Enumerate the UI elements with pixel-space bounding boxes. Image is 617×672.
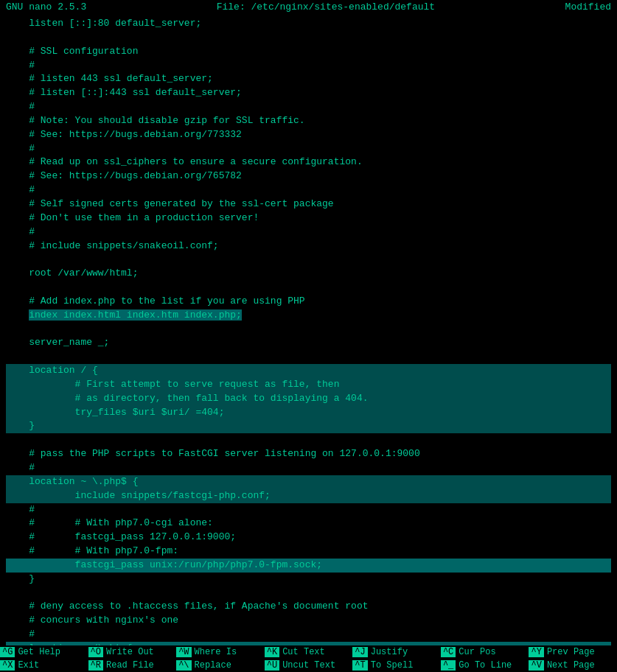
- shortcut-key-justify: ^J: [352, 647, 367, 657]
- shortcut-exit[interactable]: ^X Exit: [0, 659, 88, 672]
- line-9: # See: https://bugs.debian.org/773332: [6, 128, 611, 142]
- shortcut-label-to-spell: To Spell: [368, 660, 414, 671]
- line-13: #: [6, 183, 611, 197]
- line-4: #: [6, 59, 611, 73]
- shortcut-key-cut-text: ^K: [265, 647, 279, 657]
- modified-flag: Modified: [565, 1, 611, 13]
- line-30: }: [6, 419, 611, 433]
- shortcut-prev-page[interactable]: ^Y Prev Page: [529, 645, 617, 659]
- shortcut-cut-text[interactable]: ^K Cut Text: [265, 645, 353, 659]
- line-5: # listen 443 ssl default_server;: [6, 72, 611, 86]
- line-10: #: [6, 142, 611, 156]
- shortcut-label-cur-pos: Cur Pos: [456, 647, 495, 657]
- line-1: listen [::]:80 default_server;: [6, 17, 611, 31]
- editor-area[interactable]: listen [::]:80 default_server; # SSL con…: [0, 14, 617, 645]
- shortcut-label-get-help: Get Help: [15, 647, 60, 657]
- line-38: # fastcgi_pass 127.0.0.1:9000;: [6, 531, 611, 545]
- shortcut-label-write-out: Write Out: [103, 647, 154, 657]
- shortcut-key-prev-page: ^Y: [529, 647, 543, 657]
- line-32: # pass the PHP scripts to FastCGI server…: [6, 447, 611, 461]
- shortcut-uncut-text[interactable]: ^U Uncut Text: [265, 659, 353, 672]
- line-24: server_name _;: [6, 336, 611, 350]
- shortcut-key-exit: ^X: [0, 660, 15, 671]
- shortcut-key-get-help: ^G: [0, 647, 15, 657]
- shortcut-label-prev-page: Prev Page: [544, 647, 595, 657]
- line-37: # # With php7.0-cgi alone:: [6, 517, 611, 531]
- shortcut-key-replace: ^\: [176, 660, 191, 671]
- line-21: # Add index.php to the list if you are u…: [6, 295, 611, 309]
- shortcut-key-write-out: ^O: [88, 647, 103, 657]
- shortcut-write-out[interactable]: ^O Write Out: [88, 645, 177, 659]
- shortcut-cur-pos[interactable]: ^C Cur Pos: [441, 645, 529, 659]
- shortcut-to-spell[interactable]: ^T To Spell: [352, 659, 441, 672]
- shortcut-label-uncut-text: Uncut Text: [279, 660, 335, 671]
- shortcut-get-help[interactable]: ^G Get Help: [0, 645, 88, 659]
- shortcut-key-next-page: ^V: [529, 660, 543, 671]
- line-17: # include snippets/snakeoil.conf;: [6, 239, 611, 253]
- shortcut-row-2: ^X Exit ^R Read File ^\ Replace ^U Uncut…: [0, 659, 617, 672]
- shortcut-label-cut-text: Cut Text: [279, 647, 325, 657]
- shortcut-label-next-page: Next Page: [544, 660, 595, 671]
- shortcut-key-cur-pos: ^C: [441, 647, 456, 657]
- line-14: # Self signed certs generated by the ssl…: [6, 197, 611, 211]
- line-19: root /var/www/html;: [6, 267, 611, 281]
- file-path: File: /etc/nginx/sites-enabled/default: [217, 1, 435, 13]
- line-7: #: [6, 100, 611, 114]
- shortcut-label-justify: Justify: [368, 647, 408, 657]
- line-26: location / {: [6, 364, 611, 378]
- line-42: [6, 587, 611, 601]
- nano-version: GNU nano 2.5.3: [6, 1, 86, 13]
- bottom-bar: ^G Get Help ^O Write Out ^W Where Is ^K …: [0, 645, 617, 672]
- shortcut-label-read-file: Read File: [103, 660, 154, 671]
- line-11: # Read up on ssl_ciphers to ensure a sec…: [6, 155, 611, 169]
- line-31: [6, 433, 611, 447]
- shortcut-justify[interactable]: ^J Justify: [352, 645, 441, 659]
- line-34: location ~ \.php$ {: [6, 475, 611, 489]
- shortcut-key-where-is: ^W: [176, 647, 191, 657]
- line-35: include snippets/fastcgi-php.conf;: [6, 489, 611, 503]
- line-16: #: [6, 225, 611, 239]
- shortcut-where-is[interactable]: ^W Where Is: [176, 645, 265, 659]
- shortcut-key-uncut-text: ^U: [265, 660, 279, 671]
- shortcut-go-to-line[interactable]: ^_ Go To Line: [441, 659, 529, 672]
- shortcut-label-go-to-line: Go To Line: [456, 660, 512, 671]
- line-2: [6, 31, 611, 45]
- line-41: }: [6, 573, 611, 587]
- line-29: try_files $uri $uri/ =404;: [6, 406, 611, 420]
- shortcut-row-1: ^G Get Help ^O Write Out ^W Where Is ^K …: [0, 645, 617, 659]
- line-46: location ~ /\.ht {: [6, 642, 611, 645]
- line-40: fastcgi_pass unix:/run/php/php7.0-fpm.so…: [6, 559, 611, 573]
- line-39: # # With php7.0-fpm:: [6, 545, 611, 559]
- line-43: # deny access to .htaccess files, if Apa…: [6, 600, 611, 614]
- shortcut-next-page[interactable]: ^V Next Page: [529, 659, 617, 672]
- shortcut-label-where-is: Where Is: [192, 647, 237, 657]
- shortcut-label-exit: Exit: [15, 660, 39, 671]
- line-45: #: [6, 628, 611, 642]
- line-8: # Note: You should disable gzip for SSL …: [6, 114, 611, 128]
- line-18: [6, 253, 611, 267]
- line-20: [6, 281, 611, 295]
- line-27: # First attempt to serve request as file…: [6, 378, 611, 392]
- shortcut-key-go-to-line: ^_: [441, 660, 456, 671]
- shortcut-replace[interactable]: ^\ Replace: [176, 659, 265, 672]
- line-3: # SSL configuration: [6, 45, 611, 59]
- line-22: index index.html index.htm index.php;: [6, 309, 611, 323]
- line-15: # Don't use them in a production server!: [6, 211, 611, 225]
- line-36: #: [6, 503, 611, 517]
- shortcut-label-replace: Replace: [192, 660, 231, 671]
- shortcut-key-to-spell: ^T: [352, 660, 367, 671]
- shortcut-read-file[interactable]: ^R Read File: [88, 659, 177, 672]
- line-28: # as directory, then fall back to displa…: [6, 392, 611, 406]
- line-23: [6, 323, 611, 337]
- line-44: # concurs with nginx's one: [6, 614, 611, 628]
- line-12: # See: https://bugs.debian.org/765782: [6, 169, 611, 183]
- line-33: #: [6, 461, 611, 475]
- line-6: # listen [::]:443 ssl default_server;: [6, 86, 611, 100]
- nano-editor: GNU nano 2.5.3 File: /etc/nginx/sites-en…: [0, 0, 617, 672]
- shortcut-key-read-file: ^R: [88, 660, 103, 671]
- title-bar: GNU nano 2.5.3 File: /etc/nginx/sites-en…: [0, 0, 617, 14]
- line-25: [6, 350, 611, 364]
